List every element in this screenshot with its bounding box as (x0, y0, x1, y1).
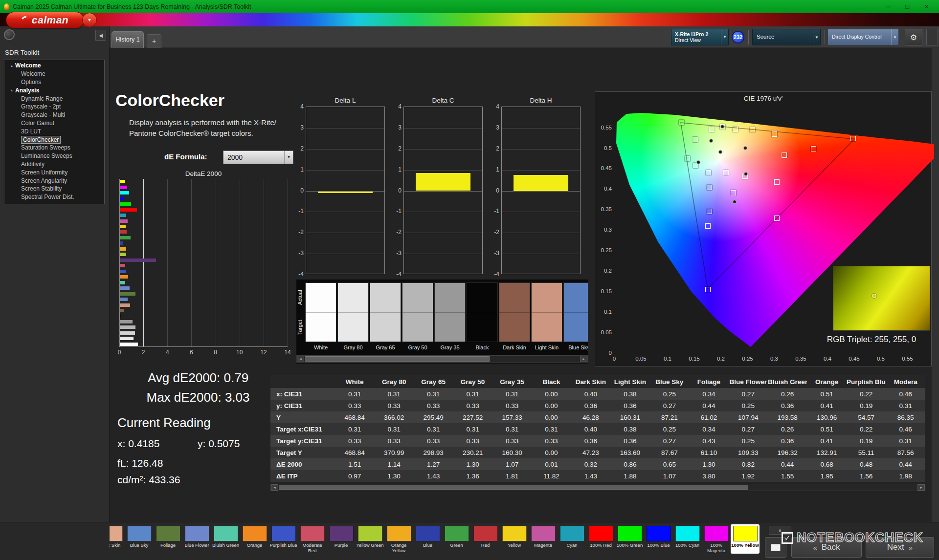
sidebar-item-options[interactable]: Options (4, 78, 104, 86)
settings-button[interactable]: ⚙ (905, 29, 922, 45)
panel-toggle-button[interactable] (926, 29, 938, 45)
patch-button-foliage[interactable]: Foliage (154, 524, 182, 554)
minimize-button[interactable]: ─ (886, 3, 891, 10)
sidebar-item-screen-stability[interactable]: Screen Stability (4, 185, 104, 193)
sidebar-item-grayscale-multi[interactable]: Grayscale - Multi (4, 111, 104, 119)
scroll-left-button[interactable]: ◄ (297, 356, 304, 362)
y-tick-label: 4 (487, 103, 499, 110)
patch-button-blue-sky[interactable]: Blue Sky (125, 524, 154, 554)
patch-button-yellow-green[interactable]: Yellow Green (356, 524, 384, 554)
table-cell: 0.44 (886, 458, 925, 470)
de-formula-dropdown[interactable]: 2000 ▼ (223, 151, 293, 164)
window-titlebar: Calman 2025 Calman Ultimate for Business… (0, 0, 939, 13)
back-label: Back (822, 542, 840, 552)
patch-button-light-skin[interactable]: Light Skin (110, 524, 125, 554)
next-button[interactable]: Next » (866, 537, 934, 558)
tab-history-1[interactable]: History 1 (112, 31, 144, 48)
sidebar-item-spectral-power-dist[interactable]: Spectral Power Dist. (4, 193, 104, 201)
chevron-down-icon: ▼ (891, 29, 898, 45)
meter-dropdown[interactable]: X-Rite i1Pro 2 Direct View ▼ (671, 29, 729, 45)
back-button[interactable]: « Back (791, 537, 862, 558)
table-cell: 0.00 (532, 388, 571, 400)
source-dropdown[interactable]: Source ▼ (752, 29, 821, 45)
patch-button-purple[interactable]: Purple (327, 524, 356, 554)
patch-button-orange-yellow[interactable]: Orange Yellow (384, 524, 413, 554)
sidebar-item-screen-uniformity[interactable]: Screen Uniformity (4, 168, 104, 176)
sidebar-item-color-gamut[interactable]: Color Gamut (4, 119, 104, 128)
patch-button-100-blue[interactable]: 100% Blue (644, 524, 673, 554)
patch-label: Blue Flower (184, 543, 209, 554)
measured-marker (696, 160, 700, 164)
sidebar-item-saturation-sweeps[interactable]: Saturation Sweeps (4, 144, 104, 152)
sidebar-item-luminance-sweeps[interactable]: Luminance Sweeps (4, 152, 104, 160)
patch-button-bluish-green[interactable]: Bluish Green (211, 524, 240, 554)
sidebar-item-colorchecker[interactable]: ColorChecker (4, 135, 104, 144)
patch-button-cyan[interactable]: Cyan (558, 524, 586, 554)
de-bar-blue-sky (120, 298, 128, 301)
collapse-pattern-bar-button[interactable]: ∧ (769, 526, 791, 535)
scroll-right-button[interactable]: ► (917, 484, 925, 491)
sidebar-section-analysis[interactable]: ▴Analysis (4, 86, 104, 94)
table-cell: 61.02 (689, 411, 728, 423)
sidebar-item-grayscale-2pt[interactable]: Grayscale - 2pt (4, 103, 104, 111)
avg-de-value: Avg dE2000: 0.79 (117, 370, 279, 386)
patch-button-moderate-red[interactable]: Moderate Red (298, 524, 327, 554)
display-control-dropdown[interactable]: Direct Display Control ▼ (827, 29, 899, 45)
patch-button-yellow[interactable]: Yellow (500, 524, 529, 554)
patch-button-100-red[interactable]: 100% Red (586, 524, 615, 554)
sidebar-collapse-button[interactable]: ◀ (95, 30, 106, 41)
y-tick-label: 0.05 (596, 329, 612, 335)
patch-button-blue-flower[interactable]: Blue Flower (182, 524, 211, 554)
add-tab-button[interactable]: + (147, 34, 161, 48)
patch-color (647, 526, 671, 541)
table-cell: 1.27 (414, 458, 453, 470)
sidebar-item-label: Color Gamut (21, 120, 54, 127)
patch-button-100-green[interactable]: 100% Green (615, 524, 644, 554)
de-bar-gray-50 (120, 325, 135, 329)
logo-menu-button[interactable]: ▼ (82, 13, 97, 27)
table-cell: 0.31 (532, 423, 571, 435)
sidebar-item-3d-lut[interactable]: 3D LUT (4, 127, 104, 135)
patch-button-100-cyan[interactable]: 100% Cyan (673, 524, 702, 554)
sidebar-item-dynamic-range[interactable]: Dynamic Range (4, 94, 104, 103)
y-tick-label: -3 (389, 250, 402, 257)
swatch-blue-sky: Blue Sky (563, 282, 588, 351)
de-bar-yellow-green (120, 253, 126, 256)
sidebar-item-label: Dynamic Range (21, 95, 63, 102)
table-cell: 0.00 (532, 411, 571, 423)
table-cell: 0.36 (610, 435, 649, 447)
sidebar-item-additivity[interactable]: Additivity (4, 160, 104, 169)
sidebar-item-welcome[interactable]: Welcome (4, 70, 104, 78)
table-cell: 0.36 (571, 400, 610, 411)
patch-button-orange[interactable]: Orange (240, 524, 269, 554)
target-marker (782, 152, 787, 158)
scroll-thumb[interactable] (279, 485, 748, 490)
close-button[interactable]: ✕ (924, 3, 929, 10)
col-header-gray-35: Gray 35 (492, 375, 532, 388)
patch-button-magenta[interactable]: Magenta (529, 524, 558, 554)
table-cell: 86.35 (886, 411, 925, 423)
patch-button-blue[interactable]: Blue (413, 524, 442, 554)
sidebar-section-welcome[interactable]: ▴Welcome (4, 62, 104, 70)
sidebar-item-screen-angularity[interactable]: Screen Angularity (4, 176, 104, 185)
meter-status-icon[interactable] (4, 29, 15, 40)
x-tick-label: 0.3 (765, 356, 783, 362)
patch-button-green[interactable]: Green (442, 524, 471, 554)
scroll-thumb[interactable] (305, 356, 490, 362)
patch-button-100-yellow[interactable]: 100% Yellow (731, 524, 760, 554)
x-tick-label: 6 (184, 349, 199, 356)
patch-button-red[interactable]: Red (471, 524, 500, 554)
table-scrollbar[interactable]: ◄► (270, 484, 925, 491)
target-marker (709, 127, 715, 132)
pattern-window-button[interactable] (765, 537, 786, 558)
scroll-left-button[interactable]: ◄ (271, 484, 278, 491)
workflow-menu: ▴WelcomeWelcomeOptions▴AnalysisDynamic R… (4, 60, 105, 204)
rgb-triplet-preview (833, 266, 930, 331)
patch-button-purplish-blue[interactable]: Purplish Blue (269, 524, 298, 554)
swatch-scrollbar[interactable]: ◄► (296, 355, 588, 363)
patch-button-100-magenta[interactable]: 100% Magenta (702, 524, 731, 554)
gridline (502, 149, 580, 150)
patch-color (127, 526, 152, 541)
maximize-button[interactable]: □ (905, 3, 909, 10)
scroll-right-button[interactable]: ► (580, 356, 587, 362)
